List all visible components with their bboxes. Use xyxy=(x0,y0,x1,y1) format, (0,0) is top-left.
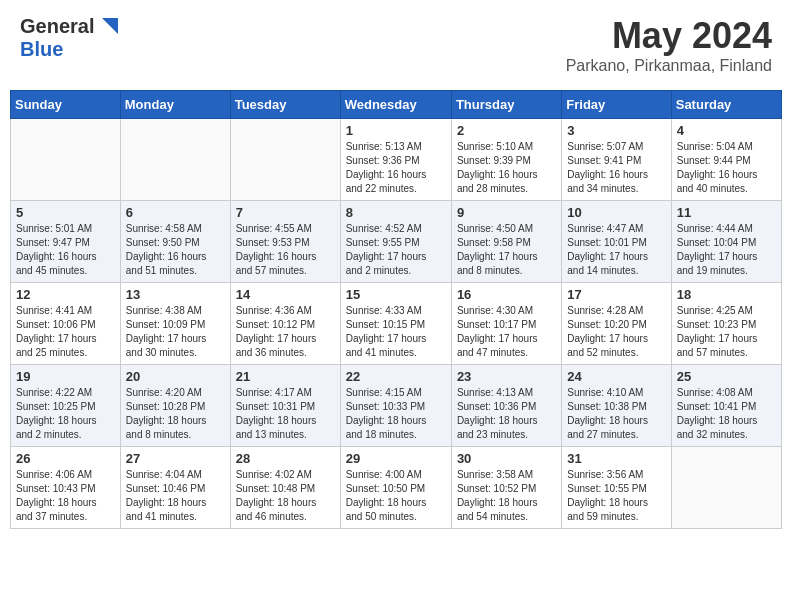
logo: General Blue xyxy=(20,15,118,61)
calendar-cell: 6Sunrise: 4:58 AM Sunset: 9:50 PM Daylig… xyxy=(120,201,230,283)
day-info: Sunrise: 4:25 AM Sunset: 10:23 PM Daylig… xyxy=(677,304,776,360)
logo-general-text: General xyxy=(20,15,94,38)
logo-triangle-icon xyxy=(96,18,118,36)
calendar-cell: 7Sunrise: 4:55 AM Sunset: 9:53 PM Daylig… xyxy=(230,201,340,283)
calendar-cell: 16Sunrise: 4:30 AM Sunset: 10:17 PM Dayl… xyxy=(451,283,561,365)
day-number: 12 xyxy=(16,287,115,302)
page-header: General Blue May 2024 Parkano, Pirkanmaa… xyxy=(10,10,782,80)
calendar-cell: 1Sunrise: 5:13 AM Sunset: 9:36 PM Daylig… xyxy=(340,119,451,201)
day-number: 10 xyxy=(567,205,665,220)
day-info: Sunrise: 4:06 AM Sunset: 10:43 PM Daylig… xyxy=(16,468,115,524)
day-info: Sunrise: 4:15 AM Sunset: 10:33 PM Daylig… xyxy=(346,386,446,442)
calendar-cell: 12Sunrise: 4:41 AM Sunset: 10:06 PM Dayl… xyxy=(11,283,121,365)
calendar-cell: 21Sunrise: 4:17 AM Sunset: 10:31 PM Dayl… xyxy=(230,365,340,447)
week-row-4: 19Sunrise: 4:22 AM Sunset: 10:25 PM Dayl… xyxy=(11,365,782,447)
day-info: Sunrise: 3:58 AM Sunset: 10:52 PM Daylig… xyxy=(457,468,556,524)
day-info: Sunrise: 4:17 AM Sunset: 10:31 PM Daylig… xyxy=(236,386,335,442)
day-number: 13 xyxy=(126,287,225,302)
header-friday: Friday xyxy=(562,91,671,119)
calendar-cell: 23Sunrise: 4:13 AM Sunset: 10:36 PM Dayl… xyxy=(451,365,561,447)
day-number: 2 xyxy=(457,123,556,138)
week-row-5: 26Sunrise: 4:06 AM Sunset: 10:43 PM Dayl… xyxy=(11,447,782,529)
calendar-cell: 20Sunrise: 4:20 AM Sunset: 10:28 PM Dayl… xyxy=(120,365,230,447)
day-info: Sunrise: 4:10 AM Sunset: 10:38 PM Daylig… xyxy=(567,386,665,442)
calendar-cell: 31Sunrise: 3:56 AM Sunset: 10:55 PM Dayl… xyxy=(562,447,671,529)
day-info: Sunrise: 5:04 AM Sunset: 9:44 PM Dayligh… xyxy=(677,140,776,196)
day-info: Sunrise: 4:00 AM Sunset: 10:50 PM Daylig… xyxy=(346,468,446,524)
day-number: 17 xyxy=(567,287,665,302)
calendar-cell: 18Sunrise: 4:25 AM Sunset: 10:23 PM Dayl… xyxy=(671,283,781,365)
day-info: Sunrise: 5:13 AM Sunset: 9:36 PM Dayligh… xyxy=(346,140,446,196)
day-info: Sunrise: 5:10 AM Sunset: 9:39 PM Dayligh… xyxy=(457,140,556,196)
month-title: May 2024 xyxy=(566,15,772,57)
calendar-cell xyxy=(11,119,121,201)
calendar-cell: 27Sunrise: 4:04 AM Sunset: 10:46 PM Dayl… xyxy=(120,447,230,529)
calendar-cell: 4Sunrise: 5:04 AM Sunset: 9:44 PM Daylig… xyxy=(671,119,781,201)
day-info: Sunrise: 4:38 AM Sunset: 10:09 PM Daylig… xyxy=(126,304,225,360)
calendar-cell: 22Sunrise: 4:15 AM Sunset: 10:33 PM Dayl… xyxy=(340,365,451,447)
calendar-cell: 14Sunrise: 4:36 AM Sunset: 10:12 PM Dayl… xyxy=(230,283,340,365)
calendar-cell: 26Sunrise: 4:06 AM Sunset: 10:43 PM Dayl… xyxy=(11,447,121,529)
day-info: Sunrise: 4:41 AM Sunset: 10:06 PM Daylig… xyxy=(16,304,115,360)
day-number: 4 xyxy=(677,123,776,138)
location: Parkano, Pirkanmaa, Finland xyxy=(566,57,772,75)
day-number: 9 xyxy=(457,205,556,220)
day-number: 30 xyxy=(457,451,556,466)
day-number: 16 xyxy=(457,287,556,302)
day-info: Sunrise: 4:04 AM Sunset: 10:46 PM Daylig… xyxy=(126,468,225,524)
calendar-cell: 24Sunrise: 4:10 AM Sunset: 10:38 PM Dayl… xyxy=(562,365,671,447)
day-info: Sunrise: 4:58 AM Sunset: 9:50 PM Dayligh… xyxy=(126,222,225,278)
calendar-cell: 8Sunrise: 4:52 AM Sunset: 9:55 PM Daylig… xyxy=(340,201,451,283)
day-info: Sunrise: 4:22 AM Sunset: 10:25 PM Daylig… xyxy=(16,386,115,442)
calendar-cell: 3Sunrise: 5:07 AM Sunset: 9:41 PM Daylig… xyxy=(562,119,671,201)
calendar-cell: 17Sunrise: 4:28 AM Sunset: 10:20 PM Dayl… xyxy=(562,283,671,365)
day-number: 7 xyxy=(236,205,335,220)
day-info: Sunrise: 4:08 AM Sunset: 10:41 PM Daylig… xyxy=(677,386,776,442)
day-info: Sunrise: 4:55 AM Sunset: 9:53 PM Dayligh… xyxy=(236,222,335,278)
day-info: Sunrise: 4:44 AM Sunset: 10:04 PM Daylig… xyxy=(677,222,776,278)
calendar-cell: 11Sunrise: 4:44 AM Sunset: 10:04 PM Dayl… xyxy=(671,201,781,283)
day-number: 1 xyxy=(346,123,446,138)
day-number: 6 xyxy=(126,205,225,220)
calendar-table: Sunday Monday Tuesday Wednesday Thursday… xyxy=(10,90,782,529)
calendar-cell: 30Sunrise: 3:58 AM Sunset: 10:52 PM Dayl… xyxy=(451,447,561,529)
day-info: Sunrise: 4:30 AM Sunset: 10:17 PM Daylig… xyxy=(457,304,556,360)
title-section: May 2024 Parkano, Pirkanmaa, Finland xyxy=(566,15,772,75)
calendar-cell: 29Sunrise: 4:00 AM Sunset: 10:50 PM Dayl… xyxy=(340,447,451,529)
day-info: Sunrise: 4:36 AM Sunset: 10:12 PM Daylig… xyxy=(236,304,335,360)
calendar-cell: 9Sunrise: 4:50 AM Sunset: 9:58 PM Daylig… xyxy=(451,201,561,283)
day-info: Sunrise: 4:20 AM Sunset: 10:28 PM Daylig… xyxy=(126,386,225,442)
calendar-cell: 25Sunrise: 4:08 AM Sunset: 10:41 PM Dayl… xyxy=(671,365,781,447)
calendar-cell xyxy=(120,119,230,201)
day-info: Sunrise: 4:47 AM Sunset: 10:01 PM Daylig… xyxy=(567,222,665,278)
day-number: 22 xyxy=(346,369,446,384)
day-info: Sunrise: 4:13 AM Sunset: 10:36 PM Daylig… xyxy=(457,386,556,442)
header-sunday: Sunday xyxy=(11,91,121,119)
day-number: 31 xyxy=(567,451,665,466)
header-saturday: Saturday xyxy=(671,91,781,119)
calendar-cell: 13Sunrise: 4:38 AM Sunset: 10:09 PM Dayl… xyxy=(120,283,230,365)
header-wednesday: Wednesday xyxy=(340,91,451,119)
day-number: 8 xyxy=(346,205,446,220)
day-number: 15 xyxy=(346,287,446,302)
day-number: 3 xyxy=(567,123,665,138)
day-number: 24 xyxy=(567,369,665,384)
day-info: Sunrise: 4:52 AM Sunset: 9:55 PM Dayligh… xyxy=(346,222,446,278)
calendar-cell: 2Sunrise: 5:10 AM Sunset: 9:39 PM Daylig… xyxy=(451,119,561,201)
day-number: 28 xyxy=(236,451,335,466)
header-monday: Monday xyxy=(120,91,230,119)
week-row-2: 5Sunrise: 5:01 AM Sunset: 9:47 PM Daylig… xyxy=(11,201,782,283)
day-info: Sunrise: 3:56 AM Sunset: 10:55 PM Daylig… xyxy=(567,468,665,524)
svg-marker-0 xyxy=(102,18,118,34)
day-number: 26 xyxy=(16,451,115,466)
day-info: Sunrise: 4:33 AM Sunset: 10:15 PM Daylig… xyxy=(346,304,446,360)
day-number: 18 xyxy=(677,287,776,302)
calendar-cell xyxy=(671,447,781,529)
calendar-cell: 10Sunrise: 4:47 AM Sunset: 10:01 PM Dayl… xyxy=(562,201,671,283)
day-number: 25 xyxy=(677,369,776,384)
day-number: 29 xyxy=(346,451,446,466)
calendar-cell: 5Sunrise: 5:01 AM Sunset: 9:47 PM Daylig… xyxy=(11,201,121,283)
calendar-cell xyxy=(230,119,340,201)
week-row-3: 12Sunrise: 4:41 AM Sunset: 10:06 PM Dayl… xyxy=(11,283,782,365)
calendar-header-row: Sunday Monday Tuesday Wednesday Thursday… xyxy=(11,91,782,119)
